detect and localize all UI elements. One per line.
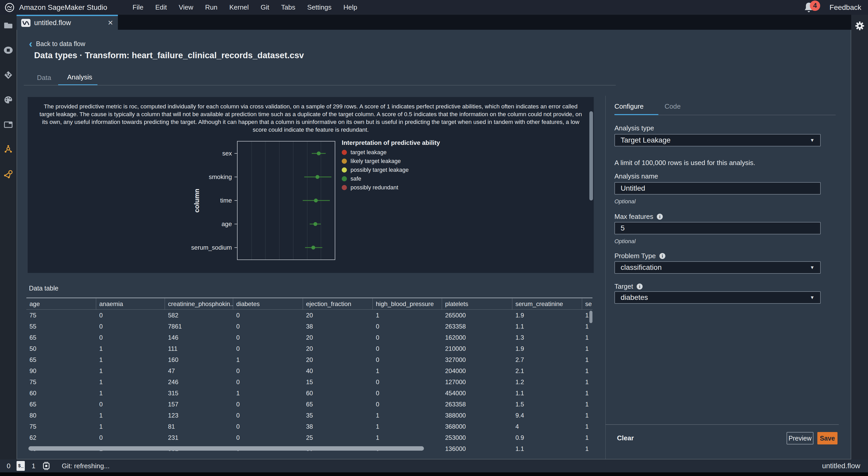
info-icon[interactable]: i [659,253,665,259]
problem-type-select[interactable]: classification ▼ [614,261,821,274]
target-label: Target i [614,282,643,291]
git-status[interactable]: Git: refreshing... [62,462,110,470]
menu-item-git[interactable]: Git [260,3,269,11]
right-sidebar [851,15,868,459]
column-header: age [26,298,96,309]
menu-item-file[interactable]: File [133,3,144,11]
table-cell: 2.7 [512,354,582,365]
feedback-link[interactable]: Feedback [830,3,861,12]
table-row: 550786103802633581.11 [26,321,592,332]
info-icon[interactable]: i [637,284,643,290]
table-row: 65014602001620001.31 [26,332,592,343]
tab-code[interactable]: Code [664,102,681,111]
axis-tick [235,153,238,154]
tab-data[interactable]: Data [37,74,51,82]
tab-analysis[interactable]: Analysis [67,73,92,81]
legend-title: Interpretation of predictive ability [342,139,440,146]
table-cell: 1 [96,343,165,354]
info-icon[interactable]: i [657,214,663,220]
table-cell: 1 [582,332,592,343]
table-cell: 65 [26,332,96,343]
clear-button[interactable]: Clear [617,434,634,442]
left-sidebar [0,15,17,459]
column-header: serum_creatinine [512,298,582,309]
running-instances-icon[interactable] [3,45,13,55]
menu-item-edit[interactable]: Edit [155,3,167,11]
target-select[interactable]: diabetes ▼ [614,291,821,304]
data-flow-graph-icon[interactable] [3,170,13,179]
footer-divider [606,424,839,425]
menu-item-settings[interactable]: Settings [307,3,331,11]
table-row: 9014704012040002.11 [26,365,592,377]
table-cell: 20 [303,332,373,343]
menu-item-tabs[interactable]: Tabs [281,3,296,11]
table-cell: 81 [165,421,233,432]
table-cell: 263358 [442,321,512,332]
table-cell: 1 [96,410,165,421]
gridline [251,142,252,260]
table-cell: 265000 [442,310,512,321]
table-cell: 1.1 [512,443,582,451]
table-cell: 0 [96,399,165,410]
tab-configure[interactable]: Configure [614,102,644,111]
table-row: 50111102002100001.91 [26,343,592,354]
table-cell: 127000 [442,377,512,388]
max-features-input[interactable] [614,222,821,234]
table-cell: 0 [96,310,165,321]
table-horizontal-scrollbar[interactable] [28,446,424,451]
open-tabs-icon[interactable] [3,120,13,129]
table-cell: 123 [165,410,233,421]
table-cell: 162000 [442,332,512,343]
terminal-icon[interactable]: $_ [17,461,25,471]
menu-item-view[interactable]: View [179,3,193,11]
save-button[interactable]: Save [817,432,837,444]
legend-item: safe [342,175,440,182]
folder-icon[interactable] [3,21,13,30]
table-cell: 1 [373,410,442,421]
analysis-name-input[interactable] [614,182,821,195]
menu-item-kernel[interactable]: Kernel [229,3,249,11]
sagemaker-studio-window: Amazon SageMaker Studio FileEditViewRunK… [0,0,868,476]
chart-category-label: serum_sodium [191,244,232,251]
column-header: creatinine_phosphokin... [165,298,233,309]
back-to-data-flow-link[interactable]: ‹ Back to data flow [29,40,85,48]
preview-button[interactable]: Preview [786,432,813,444]
table-cell: 454000 [442,388,512,399]
table-cell: 0 [233,432,303,443]
axis-tick [235,224,238,224]
max-features-label: Max features i [614,213,663,221]
table-cell: 388000 [442,410,512,421]
gear-icon[interactable] [855,21,865,31]
table-cell: 50 [26,343,96,354]
notifications-button[interactable]: 4 [804,2,815,13]
table-cell: 160 [165,354,233,365]
cpu-chip-icon[interactable] [42,461,51,471]
table-cell: 38 [303,421,373,432]
table-cell: 20 [303,343,373,354]
close-icon[interactable]: ✕ [107,19,113,27]
table-cell: 1.5 [512,399,582,410]
git-branch-icon[interactable] [3,70,13,80]
palette-icon[interactable] [3,95,13,105]
tab-untitled-flow[interactable]: untitled.flow ✕ [17,15,118,30]
kernel-count: 1 [32,462,35,470]
table-cell: 75 [26,377,96,388]
menu-item-run[interactable]: Run [205,3,217,11]
table-vertical-scrollbar[interactable] [589,311,592,323]
table-cell: 1 [233,388,303,399]
editor-tab-bar: untitled.flow ✕ [17,15,851,30]
menu-item-help[interactable]: Help [343,3,357,11]
components-cluster-icon[interactable] [3,145,13,154]
table-cell: 0 [233,421,303,432]
table-cell: 47 [165,365,233,377]
table-cell: 40 [303,365,373,377]
analysis-type-select[interactable]: Target Leakage ▼ [614,134,821,146]
legend-label: possibly target leakage [350,167,409,173]
analysis-panel-scrollbar[interactable] [589,111,593,201]
table-cell: 1 [96,388,165,399]
table-cell: 9.4 [512,410,582,421]
table-cell: 1 [582,399,592,410]
legend-item: possibly target leakage [342,167,440,173]
notification-badge: 4 [810,1,820,11]
table-cell: 1 [96,354,165,365]
